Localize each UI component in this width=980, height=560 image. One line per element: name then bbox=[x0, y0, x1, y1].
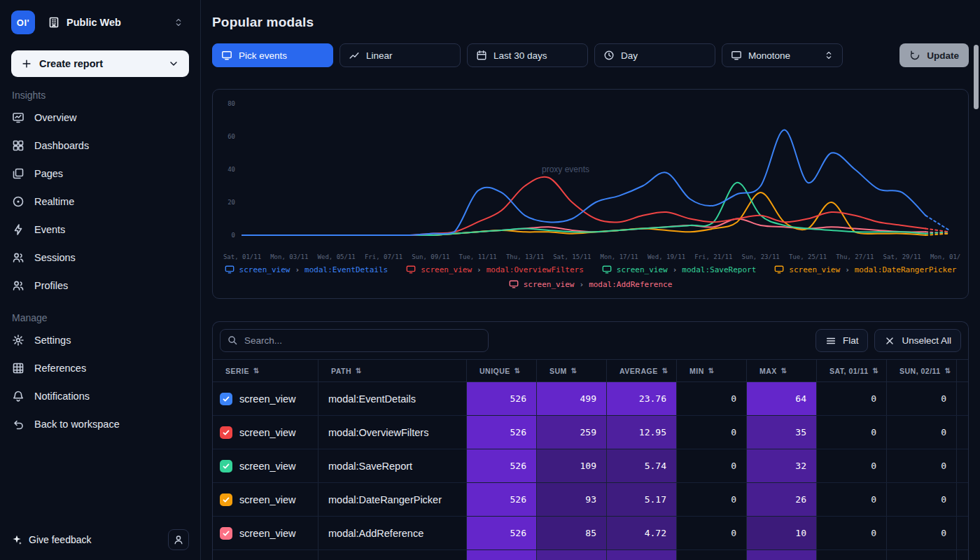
cell-path: modal:AddReference bbox=[318, 517, 466, 550]
column-label: PATH bbox=[331, 367, 351, 375]
sidebar-item-back-to-workspace[interactable]: Back to workspace bbox=[0, 410, 200, 438]
column-header-path[interactable]: PATH⇅ bbox=[318, 360, 466, 382]
table-header: SERIE⇅PATH⇅UNIQUE⇅SUM⇅AVERAGE⇅MIN⇅MAX⇅SA… bbox=[213, 359, 968, 382]
legend-path: modal:OverviewFilters bbox=[486, 265, 584, 274]
cell-sun: 0 bbox=[886, 449, 956, 482]
legend-item[interactable]: screen_view›modal:EventDetails bbox=[225, 265, 388, 274]
update-button[interactable]: Update bbox=[899, 43, 969, 67]
unselect-all-button[interactable]: Unselect All bbox=[874, 329, 961, 352]
row-checkbox[interactable] bbox=[220, 527, 232, 540]
workspace-selector[interactable]: Public Web bbox=[42, 10, 189, 35]
cell-unique: 526 bbox=[466, 517, 536, 550]
svg-text:Sun, 09/11: Sun, 09/11 bbox=[412, 253, 449, 260]
workspace-name: Public Web bbox=[66, 17, 167, 28]
cell-unique: 526 bbox=[466, 416, 536, 449]
svg-text:Mon, 01/12: Mon, 01/12 bbox=[930, 253, 960, 260]
cell-average: 5.74 bbox=[606, 449, 676, 482]
table-grid-icon bbox=[12, 362, 24, 374]
cell-serie: screen_view bbox=[213, 382, 318, 415]
table-row[interactable]: screen_viewmodal:SaveReport5261095.74032… bbox=[213, 449, 968, 483]
svg-text:proxy events: proxy events bbox=[542, 164, 589, 174]
date-range-button[interactable]: Last 30 days bbox=[467, 43, 588, 67]
column-header-sum[interactable]: SUM⇅ bbox=[536, 360, 606, 382]
close-icon bbox=[884, 335, 895, 346]
table-row[interactable]: screen_viewmodal:DateRangerPicker526935.… bbox=[213, 483, 968, 517]
undo-arrow-icon bbox=[12, 418, 24, 430]
table-row-partial[interactable] bbox=[213, 550, 968, 560]
sidebar-item-label: Pages bbox=[34, 168, 63, 179]
column-label: MAX bbox=[760, 367, 777, 375]
row-checkbox[interactable] bbox=[220, 460, 232, 472]
column-header-min[interactable]: MIN⇅ bbox=[676, 360, 746, 382]
column-header-serie[interactable]: SERIE⇅ bbox=[213, 360, 318, 382]
list-icon bbox=[825, 335, 836, 346]
serie-label: screen_view bbox=[239, 427, 296, 438]
pick-events-button[interactable]: Pick events bbox=[212, 43, 333, 67]
sidebar-item-pages[interactable]: Pages bbox=[0, 160, 200, 188]
sidebar-item-label: Back to workspace bbox=[34, 419, 120, 430]
legend-item[interactable]: screen_view›modal:OverviewFilters bbox=[406, 265, 584, 274]
sidebar-item-profiles[interactable]: Profiles bbox=[0, 272, 200, 300]
cell-sun: 0 bbox=[886, 382, 956, 415]
sort-icon: ⇅ bbox=[662, 367, 668, 374]
chart-legend: screen_view›modal:EventDetailsscreen_vie… bbox=[221, 265, 960, 289]
sidebar-item-label: Events bbox=[34, 224, 65, 235]
chart-type-button[interactable]: Linear bbox=[340, 43, 461, 67]
column-header-average[interactable]: AVERAGE⇅ bbox=[606, 360, 676, 382]
users-icon bbox=[12, 279, 24, 292]
line-style-select[interactable]: Monotone bbox=[722, 43, 843, 67]
table-row[interactable]: screen_viewmodal:EventDetails52649923.76… bbox=[213, 382, 968, 416]
cell-min: 0 bbox=[676, 416, 746, 449]
legend-item[interactable]: screen_view›modal:SaveReport bbox=[602, 265, 756, 274]
give-feedback-label: Give feedback bbox=[29, 534, 92, 545]
flat-toggle-button[interactable]: Flat bbox=[816, 329, 869, 352]
scrollbar-thumb[interactable] bbox=[974, 45, 979, 109]
create-report-button[interactable]: Create report bbox=[11, 50, 189, 77]
serie-label: screen_view bbox=[239, 528, 296, 539]
pick-events-label: Pick events bbox=[239, 50, 287, 61]
interval-button[interactable]: Day bbox=[594, 43, 715, 67]
table-row[interactable]: screen_viewmodal:OverviewFilters52625912… bbox=[213, 416, 968, 449]
sidebar-item-overview[interactable]: Overview bbox=[0, 104, 200, 132]
legend-path: modal:DateRangerPicker bbox=[855, 265, 957, 274]
app-logo[interactable]: OI' bbox=[11, 10, 35, 34]
table-row[interactable]: screen_viewmodal:AddReference526854.7201… bbox=[213, 517, 968, 550]
legend-item[interactable]: screen_view›modal:AddReference bbox=[509, 279, 673, 289]
row-checkbox[interactable] bbox=[220, 493, 232, 506]
line-style-label: Monotone bbox=[748, 50, 790, 61]
give-feedback-button[interactable]: Give feedback bbox=[11, 534, 92, 545]
legend-item[interactable]: screen_view›modal:DateRangerPicker bbox=[774, 265, 956, 274]
column-header-sat[interactable]: SAT, 01/11⇅ bbox=[816, 360, 886, 382]
legend-path: modal:SaveReport bbox=[682, 265, 756, 274]
sidebar-item-realtime[interactable]: Realtime bbox=[0, 188, 200, 216]
cell-average: 4.72 bbox=[606, 517, 676, 550]
sidebar-item-events[interactable]: Events bbox=[0, 216, 200, 244]
column-header-sun[interactable]: SUN, 02/11⇅ bbox=[886, 360, 956, 382]
sidebar-item-settings[interactable]: Settings bbox=[0, 326, 200, 354]
search-input[interactable] bbox=[220, 329, 489, 352]
sidebar-item-sessions[interactable]: Sessions bbox=[0, 244, 200, 272]
sort-icon: ⇅ bbox=[253, 367, 260, 374]
column-header-max[interactable]: MAX⇅ bbox=[746, 360, 816, 382]
cell-max: 64 bbox=[746, 382, 816, 415]
chevron-separator: › bbox=[845, 265, 850, 274]
cell-overflow bbox=[956, 550, 969, 560]
svg-text:Fri, 07/11: Fri, 07/11 bbox=[365, 253, 402, 260]
serie-label: screen_view bbox=[239, 461, 296, 472]
cell-sum: 259 bbox=[536, 416, 606, 449]
table-actions: Flat Unselect All bbox=[816, 329, 961, 352]
profile-button[interactable] bbox=[168, 529, 189, 550]
row-checkbox[interactable] bbox=[220, 426, 232, 439]
cell-path: modal:EventDetails bbox=[318, 382, 466, 415]
sidebar-item-references[interactable]: References bbox=[0, 354, 200, 382]
sparkle-icon bbox=[11, 534, 22, 545]
cell-max: 10 bbox=[746, 517, 816, 550]
screen-icon bbox=[509, 279, 519, 289]
line-chart[interactable]: proxy events020406080Sat, 01/11Mon, 03/1… bbox=[221, 97, 960, 263]
row-checkbox[interactable] bbox=[220, 393, 232, 405]
sidebar-item-notifications[interactable]: Notifications bbox=[0, 382, 200, 410]
sidebar-item-dashboards[interactable]: Dashboards bbox=[0, 132, 200, 160]
svg-text:Fri, 21/11: Fri, 21/11 bbox=[694, 253, 732, 260]
cell-sat: 0 bbox=[816, 483, 886, 516]
column-header-unique[interactable]: UNIQUE⇅ bbox=[466, 360, 536, 382]
